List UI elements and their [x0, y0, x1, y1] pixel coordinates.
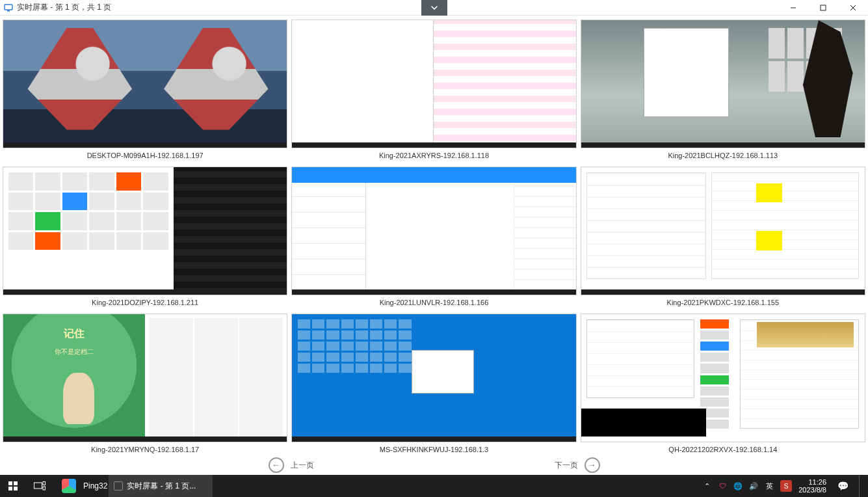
prev-page-label: 上一页	[291, 460, 314, 471]
poster-subtitle: 你不是定档二	[3, 347, 145, 356]
screen-caption: King-2021YMRYNQ-192.168.1.17	[91, 442, 199, 457]
screen-cell: King-2021LUNVLR-192.168.1.166	[291, 167, 576, 310]
screen-caption: King-2021DOZIPY-192.168.1.211	[92, 295, 198, 310]
remote-taskbar	[581, 289, 865, 295]
task-view-button[interactable]	[26, 475, 53, 497]
screen-caption: King-2021LUNVLR-192.168.1.166	[380, 295, 489, 310]
titlebar: 实时屏幕 - 第 1 页，共 1 页	[0, 0, 868, 16]
tray-ime-icon[interactable]: S	[780, 480, 792, 492]
arrow-left-icon: ←	[269, 457, 284, 473]
remote-taskbar	[3, 289, 287, 295]
window-title: 实时屏幕 - 第 1 页，共 1 页	[17, 2, 111, 13]
start-button[interactable]	[0, 475, 26, 497]
taskbar-window-realtime[interactable]: 实时屏幕 - 第 1 页...	[109, 475, 213, 497]
pager: ← 上一页 下一页 →	[0, 457, 868, 475]
screen-thumbnail[interactable]	[581, 167, 865, 295]
close-button[interactable]	[838, 0, 868, 16]
maximize-button[interactable]	[808, 0, 838, 16]
screen-cell: King-2021AXRYRS-192.168.1.118	[291, 20, 576, 163]
tray-time: 11:26	[798, 478, 826, 486]
screen-cell: King-2021PKWDXC-192.168.1.155	[581, 167, 865, 310]
svg-rect-1	[7, 10, 10, 12]
window-task-icon	[114, 481, 123, 490]
screen-thumbnail[interactable]	[581, 314, 865, 442]
tray-overflow-icon[interactable]: ⌃	[702, 481, 711, 490]
remote-taskbar	[292, 437, 575, 442]
svg-rect-4	[14, 481, 18, 485]
windows-taskbar: Ping32 实时屏幕 - 第 1 页... ⌃ 🛡 🌐 🔊 英 S 11:26…	[0, 475, 868, 497]
svg-rect-9	[43, 487, 46, 490]
screen-thumbnail[interactable]	[291, 167, 576, 295]
screen-thumbnail[interactable]	[3, 20, 287, 148]
ping32-icon	[62, 479, 76, 493]
screen-caption: MS-SXFHKINKFWUJ-192.168.1.3	[380, 442, 489, 457]
show-desktop-button[interactable]	[859, 475, 863, 497]
tray-clock[interactable]: 11:26 2023/8/8	[798, 478, 826, 494]
ping32-label: Ping32	[83, 481, 107, 490]
screen-thumbnail[interactable]	[3, 167, 287, 295]
screen-caption: King-2021BCLHQZ-192.168.1.113	[668, 148, 778, 163]
svg-rect-0	[5, 5, 12, 10]
screen-caption: QH-20221202RXVX-192.168.1.14	[668, 442, 777, 457]
screen-caption: DESKTOP-M099A1H-192.168.1.197	[87, 148, 204, 163]
remote-taskbar	[292, 289, 575, 295]
svg-rect-5	[8, 487, 12, 490]
screen-cell: MS-SXFHKINKFWUJ-192.168.1.3	[291, 314, 576, 457]
remote-taskbar	[3, 142, 287, 148]
remote-taskbar	[581, 142, 865, 148]
action-center-icon[interactable]: 💬	[833, 481, 852, 491]
screen-grid: DESKTOP-M099A1H-192.168.1.197 King-2021A…	[0, 20, 868, 457]
tray-security-icon[interactable]: 🛡	[718, 481, 727, 490]
screen-caption: King-2021AXRYRS-192.168.1.118	[379, 148, 489, 163]
arrow-right-icon: →	[585, 457, 600, 473]
screen-cell: 记住 你不是定档二 King-2021YMRYNQ-192.168.1.17	[3, 314, 287, 457]
screen-cell: King-2021DOZIPY-192.168.1.211	[3, 167, 287, 310]
screen-cell: King-2021BCLHQZ-192.168.1.113	[581, 20, 865, 163]
tray-ime-lang[interactable]: 英	[765, 481, 774, 490]
poster-title: 记住	[3, 327, 145, 341]
screen-thumbnail[interactable]	[291, 20, 576, 148]
tray-date: 2023/8/8	[798, 486, 826, 494]
app-monitor-icon	[4, 3, 13, 12]
window-controls	[778, 0, 868, 16]
windows-icon	[8, 481, 18, 491]
screen-thumbnail[interactable]	[581, 20, 865, 148]
screen-cell: QH-20221202RXVX-192.168.1.14	[581, 314, 865, 457]
svg-rect-6	[14, 487, 18, 490]
taskbar-window-title: 实时屏幕 - 第 1 页...	[127, 481, 196, 492]
tray-volume-icon[interactable]: 🔊	[749, 481, 758, 490]
screen-cell: DESKTOP-M099A1H-192.168.1.197	[3, 20, 287, 163]
remote-taskbar	[3, 437, 287, 442]
next-page-button[interactable]: 下一页 →	[551, 455, 603, 475]
taskview-icon	[34, 481, 46, 490]
tray-network-icon[interactable]: 🌐	[733, 481, 743, 490]
svg-rect-8	[43, 482, 46, 485]
view-dropdown[interactable]	[421, 0, 447, 16]
main-area: DESKTOP-M099A1H-192.168.1.197 King-2021A…	[0, 16, 868, 475]
next-page-label: 下一页	[555, 460, 578, 471]
screen-thumbnail[interactable]	[291, 314, 576, 442]
screen-thumbnail[interactable]: 记住 你不是定档二	[3, 314, 287, 442]
prev-page-button[interactable]: ← 上一页	[265, 455, 317, 475]
system-tray: ⌃ 🛡 🌐 🔊 英 S 11:26 2023/8/8 💬	[697, 475, 868, 497]
minimize-button[interactable]	[778, 0, 808, 16]
svg-rect-2	[821, 5, 826, 10]
svg-rect-7	[34, 483, 42, 489]
screen-caption: King-2021PKWDXC-192.168.1.155	[667, 295, 779, 310]
taskbar-app-ping32[interactable]	[53, 475, 85, 497]
remote-taskbar	[292, 142, 575, 148]
svg-rect-3	[8, 481, 12, 485]
